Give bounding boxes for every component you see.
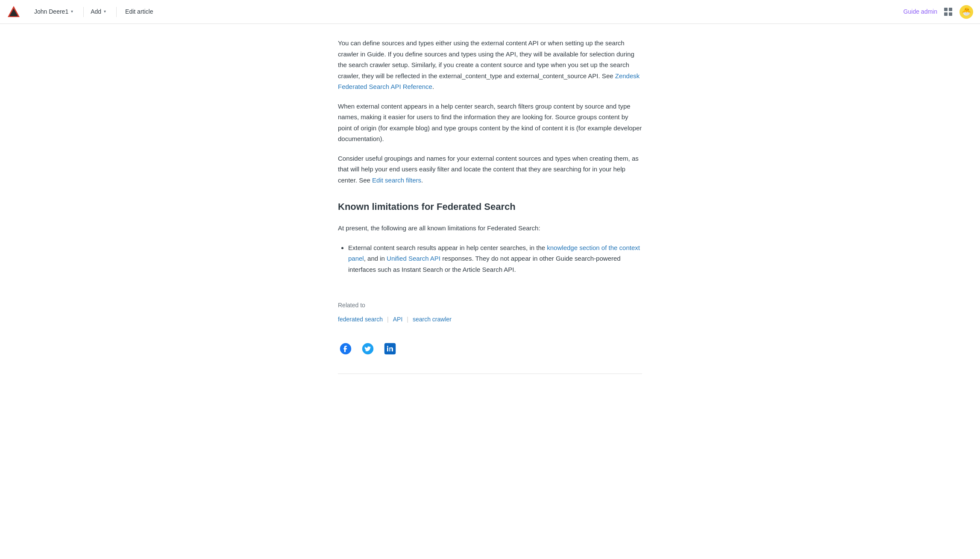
add-dropdown[interactable]: Add ▾ [87, 5, 109, 18]
paragraph-3-end: . [421, 177, 423, 184]
facebook-share-button[interactable] [338, 341, 353, 356]
tag-search-crawler[interactable]: search crawler [413, 315, 452, 324]
main-content: You can define sources and types either … [328, 24, 652, 401]
brand-dropdown[interactable]: John Deere1 ▾ [31, 5, 76, 18]
limitation-item-1: External content search results appear i… [348, 242, 642, 275]
linkedin-share-button[interactable] [382, 341, 398, 356]
svg-rect-5 [387, 347, 388, 351]
paragraph-3: Consider useful groupings and names for … [338, 153, 642, 186]
avatar[interactable]: 🐣 [959, 5, 973, 19]
tag-federated-search[interactable]: federated search [338, 315, 383, 324]
tag-separator-2: | [407, 315, 408, 324]
known-limitations-heading: Known limitations for Federated Search [338, 199, 642, 214]
edit-search-filters-link[interactable]: Edit search filters [372, 177, 421, 184]
bullet-1-mid: , and in [364, 255, 385, 262]
paragraph-4: At present, the following are all known … [338, 223, 642, 234]
avatar-emoji: 🐣 [962, 6, 971, 18]
article-body: You can define sources and types either … [338, 38, 642, 374]
logo[interactable] [7, 5, 21, 19]
unified-search-api-link[interactable]: Unified Search API [387, 255, 440, 262]
related-to-label: Related to [338, 300, 642, 310]
brand-name: John Deere1 [34, 7, 68, 16]
brand-chevron-icon: ▾ [71, 8, 73, 15]
social-share [338, 341, 642, 356]
related-tags: federated search | API | search crawler [338, 315, 642, 324]
add-label: Add [91, 7, 101, 16]
related-to-section: Related to federated search | API | sear… [338, 292, 642, 324]
limitations-list: External content search results appear i… [338, 242, 642, 275]
grid-icon[interactable] [944, 8, 953, 16]
top-nav: John Deere1 ▾ Add ▾ Edit article Guide a… [0, 0, 980, 24]
edit-article-label: Edit article [125, 7, 153, 16]
nav-divider-1 [83, 7, 84, 17]
guide-admin-link[interactable]: Guide admin [904, 7, 937, 16]
add-chevron-icon: ▾ [104, 8, 106, 15]
svg-point-6 [387, 346, 388, 347]
tag-api[interactable]: API [393, 315, 403, 324]
bullet-1-start: External content search results appear i… [348, 244, 545, 251]
paragraph-2: When external content appears in a help … [338, 101, 642, 144]
edit-article-button[interactable]: Edit article [120, 5, 158, 18]
nav-right: Guide admin 🐣 [904, 5, 973, 19]
paragraph-1-end: . [432, 83, 434, 90]
nav-divider-2 [116, 7, 117, 17]
tag-separator-1: | [387, 315, 389, 324]
bottom-divider [338, 374, 642, 374]
paragraph-1-text: You can define sources and types either … [338, 39, 634, 79]
paragraph-1: You can define sources and types either … [338, 38, 642, 92]
twitter-share-button[interactable] [360, 341, 376, 356]
